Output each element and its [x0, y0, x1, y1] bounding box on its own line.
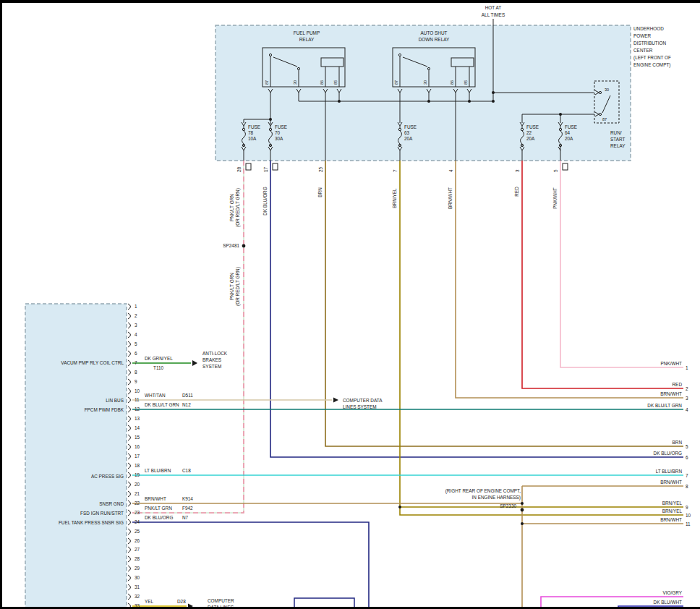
- relay-pin-85: 85: [333, 80, 338, 85]
- asd-relay-label: DOWN RELAY: [419, 37, 450, 42]
- junction-dot: [559, 113, 562, 116]
- signal-fpcm-pwm-fdbk: FPCM PWM FDBK: [85, 407, 124, 412]
- wire-brn-yel: [400, 161, 683, 515]
- wire-dkblu-org-sensor: [132, 522, 369, 609]
- fuse-22-number: 22: [526, 130, 532, 135]
- dest-computer-data-lines: LINES SYSTEM: [343, 404, 377, 409]
- dest-computer-data-lines: COMPUTER DATA: [343, 398, 383, 403]
- splice-sp2481-dot: [242, 244, 246, 248]
- signal-fuel-tank-press: FUEL TANK PRESS SNSR SIG: [59, 520, 124, 525]
- right-pin-number: 6: [686, 455, 688, 460]
- connector-marker: [246, 163, 251, 170]
- fpcm-module-box: [25, 304, 127, 609]
- fuse-70-amps: 30A: [275, 136, 283, 141]
- wire-label-brn-wht: BRN/WHT: [448, 187, 453, 209]
- right-pin-number: 4: [686, 407, 688, 412]
- module-pin-number: 26: [135, 538, 140, 543]
- pdc-title: DISTRIBUTION: [633, 41, 666, 46]
- module-pin-number: 32: [135, 594, 140, 599]
- dest-abs-system: ANTI-LOCK: [202, 351, 228, 356]
- fuse-78-amps: 10A: [248, 136, 257, 141]
- right-pin-number: 9: [686, 505, 688, 510]
- wire-label-pnk-ltgrn-2-alt: (OR RED/LT GRN): [235, 267, 241, 306]
- relay-pin-87: 87: [394, 80, 398, 85]
- right-wire-label: DK BLU/ORG: [654, 451, 682, 456]
- right-wire-label: BRN/YEL: [662, 501, 683, 506]
- module-pin-number: 24: [135, 519, 140, 524]
- module-pin-number: 18: [135, 463, 140, 468]
- module-pin-number: 2: [135, 313, 137, 318]
- wire-label-dkblu-org: DK BLU/ORG: [262, 187, 268, 215]
- wire-color-ltblu-brn: LT BLU/BRN: [145, 468, 171, 473]
- module-pin-number: 12: [135, 406, 140, 412]
- module-pin-number: 1: [135, 304, 137, 309]
- fuse-22-label: FUSE: [526, 124, 539, 129]
- pdc-title: CENTER: [633, 48, 653, 53]
- run-start-relay-label: START: [610, 137, 625, 142]
- fuse-70-label: FUSE: [275, 124, 287, 129]
- junction-dot: [338, 100, 341, 103]
- junction-dot: [468, 100, 471, 103]
- module-pin-number: 31: [135, 584, 140, 589]
- module-pin-number: 19: [135, 472, 140, 477]
- splice-sp2481-label: SP2481: [223, 243, 239, 248]
- wire-label-brn-yel: BRN/YEL: [392, 188, 397, 208]
- right-wire-label: BRN/WHT: [660, 480, 682, 485]
- right-wire-label: PNK/WHT: [661, 361, 683, 366]
- fuel-pump-relay-label: FUEL PUMP: [294, 30, 320, 35]
- module-pin-number: 16: [135, 444, 140, 449]
- right-pin-number: 1: [686, 365, 688, 370]
- module-pin-number: 23: [135, 510, 140, 515]
- module-pin-number: 14: [135, 425, 140, 430]
- pdc-title: POWER: [633, 33, 652, 38]
- right-pin-number: 5: [686, 444, 688, 449]
- right-wire-label: BRN/YEL: [662, 508, 683, 514]
- fuse-63-label: FUSE: [404, 124, 417, 129]
- run-start-relay-label: RELAY: [610, 143, 626, 148]
- junction-dot: [398, 506, 401, 508]
- arrow-to-data-lines: [333, 398, 338, 403]
- signal-lin-bus: LIN BUS: [106, 398, 124, 403]
- fuse-64-amps: 20A: [565, 136, 573, 141]
- wire-label-pnk-ltgrn-2: PNK/LT GRN: [229, 273, 234, 300]
- signal-ac-press-sig: AC PRESS SIG: [91, 474, 124, 479]
- fuse-63-number: 63: [404, 130, 410, 135]
- wire-color-yel: YEL: [145, 599, 154, 604]
- module-pin-number: 15: [135, 435, 140, 440]
- right-wire-label: RED: [673, 382, 683, 387]
- fuse-63-amps: 20A: [404, 136, 413, 141]
- relay-pin-85: 85: [464, 80, 468, 85]
- circuit-code-d28: D28: [177, 599, 186, 604]
- pdc-pin-3: 3: [515, 169, 520, 172]
- circuit-code-n12: N12: [182, 402, 191, 407]
- wire-color-brn-wht: BRN/WHT: [145, 496, 166, 501]
- module-pin-number: 29: [135, 566, 140, 571]
- right-pin-number: 7: [686, 473, 688, 478]
- module-pin-number: 13: [135, 416, 140, 421]
- pdc-pin-7: 7: [393, 169, 398, 172]
- module-pin-number: 30: [135, 575, 140, 580]
- module-pin-number: 3: [135, 323, 137, 328]
- arrow-to-abs-system: [192, 360, 197, 366]
- circuit-code-c18: C18: [182, 468, 191, 473]
- run-start-pin-30: 30: [605, 88, 609, 92]
- module-pin-number: 20: [135, 482, 140, 487]
- right-pin-number: 3: [686, 396, 688, 401]
- right-wire-label: VIO/GRY: [662, 590, 682, 595]
- circuit-code-t110: T110: [153, 365, 164, 370]
- system-arrows: [188, 360, 338, 609]
- fuse-64-label: FUSE: [565, 124, 577, 129]
- right-wire-label: DK BLU/LT GRN: [647, 403, 682, 408]
- right-pin-number: 10: [686, 513, 691, 518]
- hot-at-label: ALL TIMES: [482, 12, 505, 17]
- module-pin-number: 21: [135, 491, 140, 496]
- fuse-64-number: 64: [565, 130, 571, 135]
- wire-color-dkgrn-yel: DK GRN/YEL: [145, 356, 173, 361]
- splice-sp2330-dot: [521, 508, 524, 512]
- right-pin-number: 2: [686, 386, 688, 391]
- module-pin-number: 6: [135, 351, 137, 356]
- run-start-pin-87: 87: [602, 117, 607, 122]
- circuit-code-k914: K914: [182, 496, 193, 501]
- pdc-pin-4: 4: [448, 169, 453, 172]
- wire-dkblu-org: [270, 161, 683, 457]
